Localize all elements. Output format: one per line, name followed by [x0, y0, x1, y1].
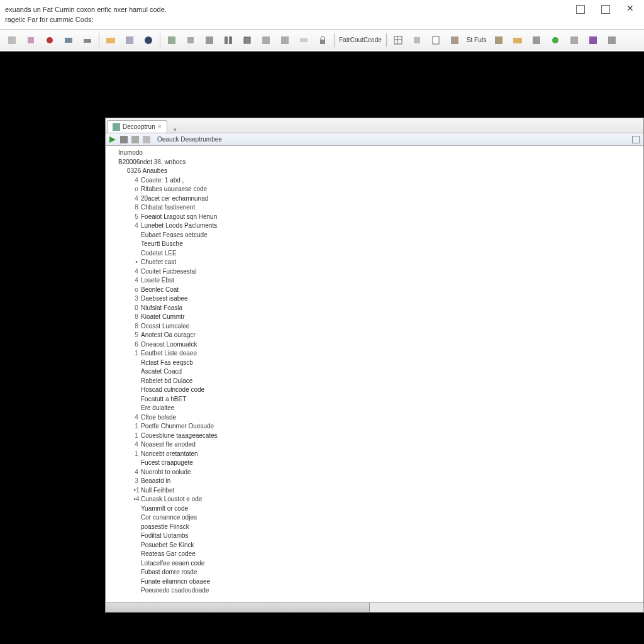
tree-row[interactable]: Ere duialtee [106, 404, 643, 413]
tree-row[interactable]: •1Null Feihbet [106, 486, 643, 496]
tree-row[interactable]: 4Lunebet Loods Pacluments [106, 221, 643, 231]
run-icon[interactable] [108, 135, 117, 144]
folder-open-icon[interactable] [508, 32, 527, 48]
tree-row[interactable]: 420acet cer echamnunad [106, 194, 643, 204]
tree-row[interactable]: 1Noncebt oretantaten [106, 450, 643, 459]
expand-marker[interactable]: 4 [133, 440, 140, 450]
tree-row[interactable]: Reateas Gar codee [106, 550, 643, 559]
expand-marker[interactable]: 1 [133, 450, 140, 459]
minimize-button[interactable] [576, 5, 585, 14]
panel-tool-2[interactable] [119, 135, 128, 144]
tree-row[interactable]: 6Oneaost Loomuatck [106, 340, 643, 350]
tool-icon-7[interactable] [120, 32, 139, 48]
expand-marker[interactable]: 5 [133, 331, 140, 340]
tree-row[interactable]: Focatutt a hBET [106, 395, 643, 404]
expand-marker[interactable]: 1 [133, 431, 140, 441]
tree-row[interactable]: 1Couesblune taaageaecates [106, 431, 643, 441]
tool-icon-23[interactable] [527, 32, 546, 48]
expand-marker[interactable]: 1 [133, 349, 140, 358]
expand-marker[interactable]: 4 [133, 468, 140, 477]
tree-row[interactable]: Rctast Fas eeqscb [106, 358, 643, 368]
document-icon[interactable] [426, 32, 445, 48]
tool-icon-3[interactable] [40, 32, 59, 48]
tree-row[interactable]: Fucest craapugete [106, 458, 643, 468]
expand-marker[interactable]: 4 [133, 221, 140, 231]
tree-row[interactable]: Ascatet Coacd [106, 367, 643, 377]
tree-row[interactable]: 8Chbatat fastisenent [106, 203, 643, 213]
tree-row[interactable]: Fubast domre rosde [106, 568, 643, 577]
expand-marker[interactable]: 4 [133, 413, 140, 423]
tree-row[interactable]: •Chuetet cast [106, 258, 643, 267]
tree-row[interactable]: Yuammlt or code [106, 504, 643, 514]
tree-row[interactable]: 0Nlufslat Foasla [106, 304, 643, 313]
tree-row[interactable]: Hoscad culncode code [106, 386, 643, 395]
tool-icon-24[interactable] [546, 32, 565, 48]
tree-row[interactable]: Funate eilamncn obaaee [106, 577, 643, 587]
tool-icon-20[interactable] [445, 32, 464, 48]
tree-row[interactable]: poasestle Fiinsck [106, 523, 643, 532]
panel-tool-3[interactable] [131, 135, 140, 144]
expand-marker[interactable]: 8 [133, 313, 140, 322]
expand-marker[interactable]: 4 [133, 194, 140, 204]
tree-row[interactable]: 8Ocosst Lumcalee [106, 322, 643, 331]
tree-row[interactable]: 1Poetfe Chunmer Ouesude [106, 422, 643, 431]
tree-row[interactable]: Codetet LEE [106, 249, 643, 258]
expand-marker[interactable]: 6 [133, 340, 140, 350]
lock-icon[interactable] [313, 32, 332, 48]
expand-marker[interactable]: 4 [133, 267, 140, 277]
folder-icon[interactable] [101, 32, 120, 48]
tree-row[interactable]: Cor cunannce odjes [106, 513, 643, 523]
tab-decooptrun[interactable]: Decooptrun × [107, 120, 167, 133]
horizontal-scrollbar[interactable] [105, 603, 644, 613]
tool-icon-4[interactable] [59, 32, 78, 48]
expand-marker[interactable]: 8 [133, 322, 140, 331]
tool-icon-25[interactable] [565, 32, 584, 48]
tree-row[interactable]: 5Foeaiot Lragout sqn Henun [106, 213, 643, 222]
tree-row[interactable]: 8Kioatet Cummtr [106, 313, 643, 322]
tree-row[interactable]: 0326 Anaubes [106, 167, 643, 176]
close-button[interactable]: ✕ [626, 5, 635, 14]
tree-row[interactable]: •4Cunask Loustot e ode [106, 495, 643, 504]
tree-row[interactable]: 4Nuorobt to oolude [106, 468, 643, 477]
tree-row[interactable]: B20006ndet 38, wnbocs [106, 158, 643, 167]
expand-marker[interactable]: 4 [133, 276, 140, 286]
expand-marker[interactable]: •1 [133, 486, 140, 496]
tree-row[interactable]: 3Daebsest isabee [106, 294, 643, 304]
expand-marker[interactable]: 8 [133, 203, 140, 213]
tree-row[interactable]: oBeonlec Coat [106, 286, 643, 295]
tree-row[interactable]: Fodiltat Uotambs [106, 531, 643, 541]
tool-icon-13[interactable] [238, 32, 257, 48]
tree-row[interactable]: 4Noasest fte anoded [106, 440, 643, 450]
tool-icon-21[interactable] [489, 32, 508, 48]
tool-icon-16[interactable] [294, 32, 313, 48]
tool-icon-5[interactable] [78, 32, 97, 48]
tab-close-icon[interactable]: × [158, 123, 162, 130]
expand-marker[interactable]: 3 [133, 294, 140, 304]
tree-row[interactable]: oRitabes uaueaese code [106, 185, 643, 194]
tree-row[interactable]: Eubaet Feases oetcude [106, 231, 643, 240]
tool-icon-15[interactable] [275, 32, 294, 48]
expand-marker[interactable]: 4 [133, 176, 140, 186]
tree-row[interactable]: Teeurtt Busche [106, 240, 643, 249]
tab-dropdown-icon[interactable]: ▾ [170, 126, 180, 133]
tree-row[interactable]: Poeuoedo csadoudoade [106, 586, 643, 596]
tree-row[interactable]: 4Cftoe bolsde [106, 413, 643, 423]
tree-row[interactable]: 4Coaote: 1 abd , [106, 176, 643, 186]
panel-tool-4[interactable] [142, 135, 151, 144]
expand-marker[interactable]: 3 [133, 477, 140, 486]
tool-icon-9[interactable] [162, 32, 181, 48]
tree-row[interactable]: 1Eoutbet Liste deaee [106, 349, 643, 358]
book-icon[interactable] [219, 32, 238, 48]
expand-marker[interactable]: 5 [133, 213, 140, 222]
grid-icon[interactable] [389, 32, 408, 48]
expand-marker[interactable]: o [133, 185, 140, 194]
tool-icon-18[interactable] [408, 32, 426, 48]
tool-icon-2[interactable] [21, 32, 40, 48]
expand-marker[interactable]: o [133, 286, 140, 295]
tool-icon-11[interactable] [200, 32, 219, 48]
tool-icon-14[interactable] [257, 32, 275, 48]
tool-icon-1[interactable] [3, 32, 21, 48]
panel-toolbar-end-button[interactable] [632, 136, 640, 143]
tree-row[interactable]: 4Losete Ebst [106, 276, 643, 286]
maximize-button[interactable] [601, 5, 610, 14]
